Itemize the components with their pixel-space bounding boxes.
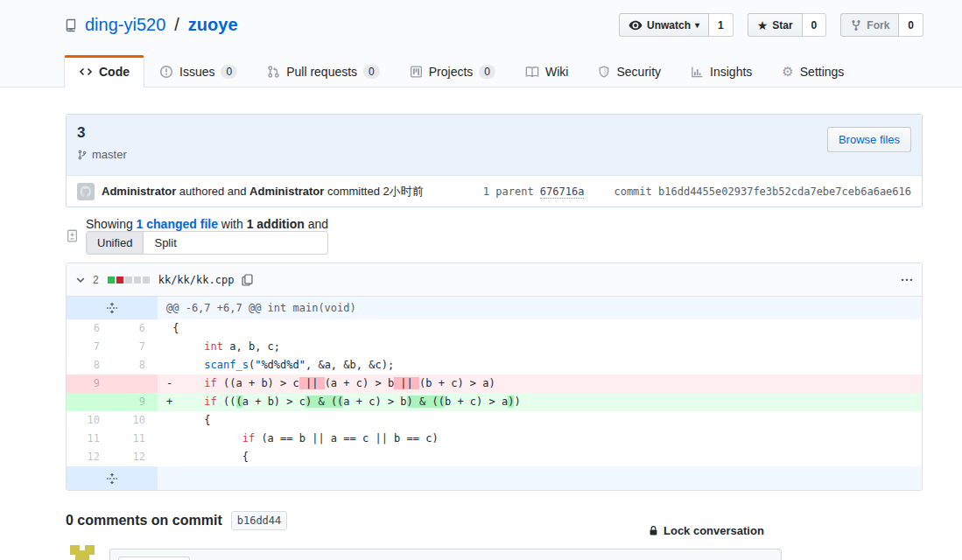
line-number-new[interactable]: 12 [112, 448, 158, 466]
star-button[interactable]: ★Star [748, 13, 803, 37]
diff-row-deletion: 9- if ((a + b) > c || (a + c) > b || (b … [67, 374, 922, 393]
repo-icon [64, 18, 78, 33]
parent-sha-link[interactable]: 676716a [540, 186, 585, 199]
expand-diff-button[interactable] [67, 297, 158, 319]
diffstat-block-add [108, 276, 115, 284]
browse-files-button[interactable]: Browse files [827, 127, 911, 152]
line-number-old[interactable] [67, 393, 112, 411]
author-name[interactable]: Administrator [102, 185, 176, 198]
tab-pull-requests[interactable]: Pull requests0 [252, 55, 395, 88]
line-number-new[interactable]: 11 [112, 430, 158, 448]
tab-wiki[interactable]: Wiki [510, 55, 583, 88]
commit-byline: Administrator authored and Administrator… [102, 184, 424, 200]
unwatch-button[interactable]: Unwatch▾ [619, 13, 709, 37]
caret-down-icon: ▾ [695, 21, 699, 30]
star-group: ★Star0 [748, 13, 827, 37]
fork-icon [850, 18, 862, 32]
tab-count: 0 [363, 65, 380, 79]
star-count[interactable]: 0 [803, 13, 827, 37]
fork-count[interactable]: 0 [899, 13, 923, 37]
unwatch-count[interactable]: 1 [709, 13, 734, 37]
tab-settings[interactable]: ⚙Settings [767, 55, 859, 88]
line-number-old[interactable]: 9 [67, 374, 112, 393]
diffstat [108, 276, 150, 284]
branch-name[interactable]: master [92, 148, 127, 161]
committer-name[interactable]: Administrator [249, 185, 324, 198]
diff-row-context: 66 { [67, 319, 922, 338]
repo-tab-nav: CodeIssues0Pull requests0Projects0WikiSe… [64, 55, 859, 88]
diff-row-context: 88 scanf_s("%d%d%d", &a, &b, &c); [67, 356, 922, 374]
split-view-button[interactable]: Split [143, 232, 186, 254]
line-number-old[interactable]: 8 [67, 356, 112, 374]
branch-icon [77, 149, 88, 161]
diffstat-block-neutral [134, 276, 141, 284]
repo-name-link[interactable]: zuoye [188, 15, 238, 35]
code-line: if (a == b || a == c || b == c) [158, 430, 922, 448]
unwatch-group: Unwatch▾1 [619, 13, 734, 37]
line-number-new[interactable]: 7 [112, 338, 158, 356]
line-number-old[interactable]: 7 [67, 338, 112, 356]
line-number-old[interactable]: 6 [67, 319, 112, 338]
commit-meta: Administrator authored and Administrator… [67, 175, 922, 206]
page-header: ding-yi520 / zuoye Unwatch▾1★Star0Fork0 … [0, 0, 962, 88]
tab-label: Pull requests [286, 65, 357, 79]
diffstat-block-del [116, 276, 123, 284]
commit-title: 3 [77, 124, 911, 142]
code-line: - if ((a + b) > c || (a + c) > b || (b +… [158, 374, 922, 393]
repo-actions: Unwatch▾1★Star0Fork0 [619, 13, 923, 37]
commit-sha-chip[interactable]: b16dd44 [231, 511, 288, 530]
project-icon [410, 65, 423, 79]
changed-files-link[interactable]: 1 changed file [137, 217, 218, 231]
repo-owner-link[interactable]: ding-yi520 [85, 15, 165, 35]
chevron-down-icon[interactable] [75, 275, 86, 285]
line-number-new[interactable]: 8 [112, 356, 158, 374]
lock-conversation-button[interactable]: Lock conversation [648, 524, 764, 537]
diffstat-block-neutral [143, 276, 150, 284]
diff-row-context: 1212 { [67, 448, 922, 466]
tab-label: Insights [710, 65, 752, 79]
tab-label: Projects [429, 65, 474, 79]
code-line: + if (((a + b) > c) & ((a + c) > b) & ((… [158, 393, 922, 411]
code-line [158, 466, 922, 490]
line-number-old[interactable]: 10 [67, 411, 112, 430]
code-line: scanf_s("%d%d%d", &a, &b, &c); [158, 356, 922, 374]
diff-view-toggle: Unified Split [86, 231, 328, 255]
tab-code[interactable]: Code [64, 55, 144, 88]
tab-security[interactable]: Security [583, 55, 676, 88]
expand-diff-button[interactable] [67, 466, 158, 490]
diff-row-expand [67, 466, 922, 490]
diff-row-context: 1111 if (a == b || a == c || b == c) [67, 430, 922, 448]
pr-icon [267, 65, 280, 79]
tab-label: Settings [800, 65, 845, 79]
issue-icon [159, 65, 173, 79]
repo-title: ding-yi520 / zuoye [64, 15, 238, 35]
star-label: Star [772, 19, 792, 32]
line-number-new[interactable]: 6 [112, 319, 158, 338]
diff-row-hunk: @@ -6,7 +6,7 @@ int main(void) [67, 297, 922, 319]
hunk-header-text: @@ -6,7 +6,7 @@ int main(void) [158, 297, 922, 319]
diff-body: @@ -6,7 +6,7 @@ int main(void)66 {77 int… [67, 297, 922, 490]
tab-label: Code [99, 65, 130, 79]
diffstat-block-neutral [125, 276, 132, 284]
code-line: { [158, 319, 922, 338]
line-number-old[interactable]: 11 [67, 430, 112, 448]
unified-view-button[interactable]: Unified [87, 232, 143, 254]
fork-button[interactable]: Fork [840, 13, 899, 37]
comments-heading: 0 comments on commit b16dd44 [66, 511, 287, 530]
tab-issues[interactable]: Issues0 [144, 55, 252, 88]
tab-projects[interactable]: Projects0 [395, 55, 510, 88]
shield-icon [598, 65, 610, 79]
comment-box [109, 549, 782, 560]
line-number-new[interactable] [112, 374, 158, 393]
diff-row-addition: 9+ if (((a + b) > c) & ((a + c) > b) & (… [67, 393, 922, 411]
diff-row-context: 1010 { [67, 411, 922, 430]
line-number-new[interactable]: 10 [112, 411, 158, 430]
write-tab[interactable] [118, 556, 190, 560]
kebab-menu-icon[interactable] [901, 278, 913, 282]
line-number-new[interactable]: 9 [112, 393, 158, 411]
wiki-icon [525, 65, 539, 79]
tab-insights[interactable]: Insights [676, 55, 767, 88]
line-number-old[interactable]: 12 [67, 448, 112, 466]
commit-sha: commit b16dd4455e02937fe3b52cda7ebe7ceb6… [614, 186, 911, 198]
copy-path-icon[interactable] [241, 273, 254, 287]
